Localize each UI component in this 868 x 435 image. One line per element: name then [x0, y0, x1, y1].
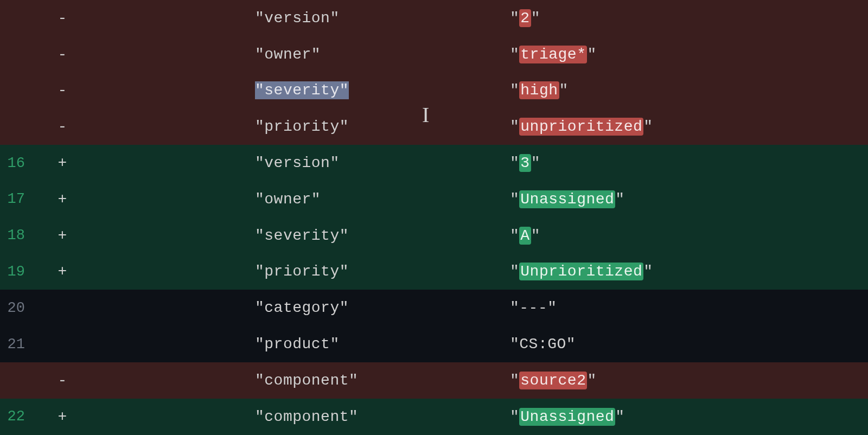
- diff-key: "priority": [255, 263, 510, 280]
- diff-line[interactable]: 22+"component""Unassigned": [0, 399, 868, 435]
- line-number: 19: [0, 264, 33, 280]
- diff-marker: +: [54, 191, 71, 208]
- line-number: 22: [0, 408, 33, 425]
- diff-highlight: high: [519, 81, 559, 99]
- diff-marker: +: [54, 408, 71, 425]
- diff-value: "Unassigned": [510, 408, 868, 425]
- line-number: 20: [0, 300, 33, 316]
- diff-key: "severity": [255, 227, 510, 244]
- diff-line[interactable]: 21"product""CS:GO": [0, 326, 868, 362]
- diff-highlight: Unassigned: [519, 190, 615, 208]
- diff-key: "component": [255, 372, 510, 389]
- diff-view[interactable]: -"version""2"-"owner""triage*"-"severity…: [0, 0, 868, 435]
- diff-value: "high": [510, 82, 868, 99]
- line-number: 18: [0, 227, 33, 244]
- diff-marker: -: [54, 46, 71, 63]
- diff-value: "---": [510, 299, 868, 316]
- diff-value: "triage*": [510, 46, 868, 63]
- diff-key: "owner": [255, 46, 510, 63]
- diff-marker: +: [54, 227, 71, 244]
- diff-line[interactable]: 16+"version""3": [0, 145, 868, 181]
- diff-line[interactable]: -"owner""triage*": [0, 36, 868, 73]
- diff-marker: +: [54, 263, 71, 280]
- diff-highlight: source2: [519, 372, 587, 389]
- diff-line[interactable]: 19+"priority""Unprioritized": [0, 254, 868, 290]
- diff-value: "A": [510, 227, 868, 244]
- diff-value: "unprioritized": [510, 118, 868, 135]
- diff-line[interactable]: -"version""2": [0, 0, 868, 36]
- diff-marker: -: [54, 118, 71, 135]
- diff-highlight: A: [519, 227, 531, 245]
- diff-key: "version": [255, 10, 510, 27]
- diff-highlight: 3: [519, 154, 531, 172]
- diff-key: "version": [255, 155, 510, 171]
- diff-value: "2": [510, 10, 868, 27]
- diff-line[interactable]: 17+"owner""Unassigned": [0, 181, 868, 218]
- diff-key: "severity": [255, 82, 510, 99]
- diff-marker: +: [54, 155, 71, 171]
- diff-line[interactable]: -"component""source2": [0, 362, 868, 399]
- diff-key: "category": [255, 299, 510, 316]
- diff-line[interactable]: -"severity""high": [0, 73, 868, 109]
- diff-marker: -: [54, 82, 71, 99]
- diff-line[interactable]: 18+"severity""A": [0, 218, 868, 254]
- diff-key: "priority": [255, 118, 510, 135]
- diff-marker: -: [54, 10, 71, 27]
- diff-highlight: 2: [519, 9, 531, 27]
- diff-value: "Unprioritized": [510, 263, 868, 280]
- line-number: 16: [0, 155, 33, 171]
- diff-highlight: Unprioritized: [519, 263, 643, 280]
- diff-value: "3": [510, 155, 868, 171]
- diff-value: "source2": [510, 372, 868, 389]
- diff-highlight: triage*: [519, 46, 587, 63]
- diff-highlight: unprioritized: [519, 118, 643, 136]
- diff-key: "product": [255, 336, 510, 353]
- diff-key: "owner": [255, 191, 510, 208]
- diff-key: "component": [255, 408, 510, 425]
- diff-highlight: Unassigned: [519, 408, 615, 426]
- diff-line[interactable]: 20"category""---": [0, 290, 868, 326]
- diff-marker: -: [54, 372, 71, 389]
- diff-value: "Unassigned": [510, 191, 868, 208]
- diff-value: "CS:GO": [510, 336, 868, 353]
- line-number: 17: [0, 191, 33, 207]
- diff-line[interactable]: -"priority""unprioritized": [0, 108, 868, 145]
- line-number: 21: [0, 336, 33, 353]
